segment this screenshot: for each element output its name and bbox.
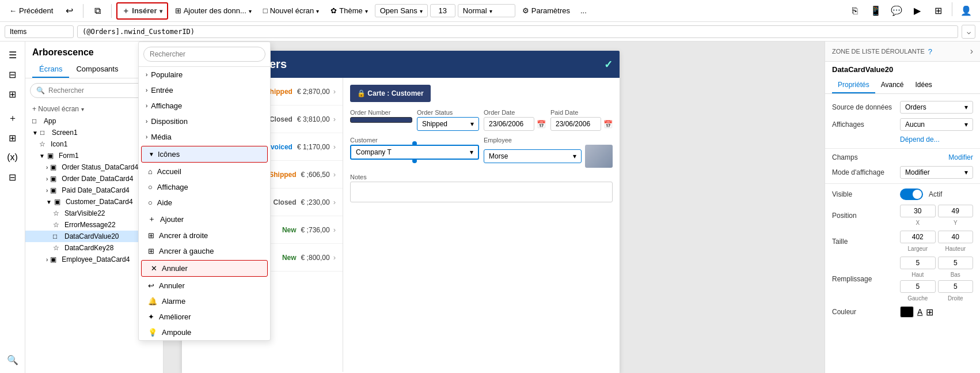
formula-expand-button[interactable]: ⌵ [962,25,975,39]
font-size-input[interactable] [430,4,455,17]
new-screen-button[interactable]: □ Nouvel écran [259,4,324,17]
data-icon[interactable]: ⊞ [3,129,22,146]
chevron-0934: › [333,198,336,206]
padding-bottom-input[interactable] [938,257,974,269]
padding-top-input[interactable] [900,257,936,269]
back-button[interactable]: ← Précédent [5,4,58,17]
params-button[interactable]: ⚙ Paramètres [518,4,575,17]
chevron-0938: › [333,87,336,96]
order-date-input[interactable] [484,117,534,131]
screens-nav-icon[interactable]: ⊟ [3,66,22,83]
insert-item-ajouter[interactable]: ＋ Ajouter [139,210,270,228]
insert-item-alarme[interactable]: 🔔 Alarme [139,293,270,309]
ameliorer-icon: ✦ [148,312,154,321]
play-button[interactable]: ▶ [908,2,926,20]
insert-item-annuler-x[interactable]: ✕ Annuler [141,260,268,277]
employee-dropdown[interactable]: Morse ▾ [484,149,582,163]
calendar-icon1[interactable]: 📅 [537,120,546,129]
visible-toggle[interactable] [900,189,923,200]
theme-button[interactable]: ✿ Thème [326,4,372,17]
formula-name-box[interactable] [5,25,74,38]
copy-button[interactable]: ⧉ [88,2,107,20]
width-input[interactable] [900,231,936,243]
expand-icon3: › [46,164,48,171]
tab-components[interactable]: Composants [69,61,125,78]
insert-cat-populaire[interactable]: › Populaire [139,67,270,82]
separator2 [111,4,112,18]
hamburger-icon[interactable]: ☰ [3,46,22,63]
customer-chevron: ▾ [470,148,473,156]
variable-icon[interactable]: (x) [3,149,22,166]
insert-cat-entree[interactable]: › Entrée [139,82,270,98]
paid-date-input[interactable] [550,117,601,131]
expand-icon: ▼ [32,130,38,136]
color-swatch[interactable] [900,306,914,318]
insert-item-annuler-undo[interactable]: ↩ Annuler [139,278,270,293]
accueil-icon: ⌂ [148,167,153,176]
notes-input[interactable] [350,182,613,202]
tab-ideas[interactable]: Idées [910,77,938,93]
customer-card-label: 🔒 Carte : Customer [350,85,431,102]
plus-nav-icon[interactable]: ＋ [3,110,22,127]
undo-button[interactable]: ↩ [60,2,78,20]
screens-button[interactable]: ⊞ [929,2,947,20]
components-icon[interactable]: ⊞ [3,85,22,103]
customer-dropdown[interactable]: Company T ▾ [350,145,479,160]
insert-cat-icones[interactable]: ▼ Icônes [141,146,268,163]
tree-search-input[interactable] [48,86,152,95]
formula-input[interactable] [77,25,958,38]
insert-item-ameliorer[interactable]: ✦ Améliorer [139,309,270,325]
color-picker-button[interactable]: ⊞ [926,307,933,318]
close-panel-button[interactable]: › [970,46,973,56]
height-input[interactable] [938,231,974,243]
affichages-dropdown[interactable]: Aucun ▾ [900,118,973,131]
position-y-input[interactable] [938,205,974,217]
dc-value-icon: □ [53,232,62,240]
account-button[interactable]: 👤 [957,2,975,20]
insert-item-ancrer-gauche[interactable]: ⊞ Ancrer à gauche [139,243,270,259]
insert-item-aide[interactable]: ○ Aide [139,195,270,210]
insert-cat-affichage[interactable]: › Affichage [139,98,270,114]
normal-dropdown[interactable]: Normal [458,4,515,17]
add-data-button[interactable]: ⊞ Ajouter des donn... [170,4,256,17]
source-dropdown[interactable]: Orders ▾ [900,101,973,114]
depend-link[interactable]: Dépend de... [900,135,940,144]
ajouter-icon: ＋ [148,214,155,224]
tab-screens[interactable]: Écrans [32,61,69,78]
calendar-icon2[interactable]: 📅 [603,120,613,129]
insert-item-affichage[interactable]: ○ Affichage [139,179,270,195]
insert-item-accueil[interactable]: ⌂ Accueil [139,164,270,179]
share-button[interactable]: ⎘ [846,2,864,20]
cat-expand-affichage: › [146,103,147,109]
insert-cat-disposition[interactable]: › Disposition [139,114,270,129]
checkmark-icon: ✓ [604,58,613,71]
prop-remplissage: Remplissage Haut Bas Gauche Droite [825,254,980,304]
order-status-dropdown[interactable]: Shipped ▾ [417,117,479,131]
field-order-status: Order Status Shipped ▾ [417,109,479,131]
insert-button[interactable]: ＋ Insérer [116,2,168,20]
screen-icon: □ [263,6,268,15]
mode-dropdown[interactable]: Modifier ▾ [900,166,973,179]
media-icon[interactable]: ⊟ [3,168,22,186]
divider1 [825,148,980,149]
color-underline-icon: A [917,307,922,317]
insert-item-ampoule[interactable]: 💡 Ampoule [139,325,270,340]
insert-cat-media[interactable]: › Média [139,129,270,145]
more-label[interactable]: ... [577,6,590,15]
padding-left-input[interactable] [900,280,936,293]
help-icon: ? [928,47,932,56]
prop-position: Position X Y [825,202,980,228]
phone-button[interactable]: 📱 [867,2,885,20]
font-dropdown[interactable]: Open Sans [375,4,428,17]
tab-advanced[interactable]: Avancé [875,77,910,93]
search-nav-icon[interactable]: 🔍 [3,351,22,368]
right-panel-header: ZONE DE LISTE DÉROULANTE ? › [825,42,980,62]
insert-item-ancrer-droite[interactable]: ⊞ Ancrer à droite [139,228,270,243]
tab-properties[interactable]: Propriétés [832,77,875,93]
position-x-input[interactable] [900,205,936,217]
insert-search-input[interactable] [143,47,265,62]
padding-right-input[interactable] [938,280,974,293]
champs-link[interactable]: Modifier [948,153,973,161]
comment-button[interactable]: 💬 [887,2,906,20]
order-detail: 🔒 Carte : Customer Order Number Order St… [343,78,620,372]
